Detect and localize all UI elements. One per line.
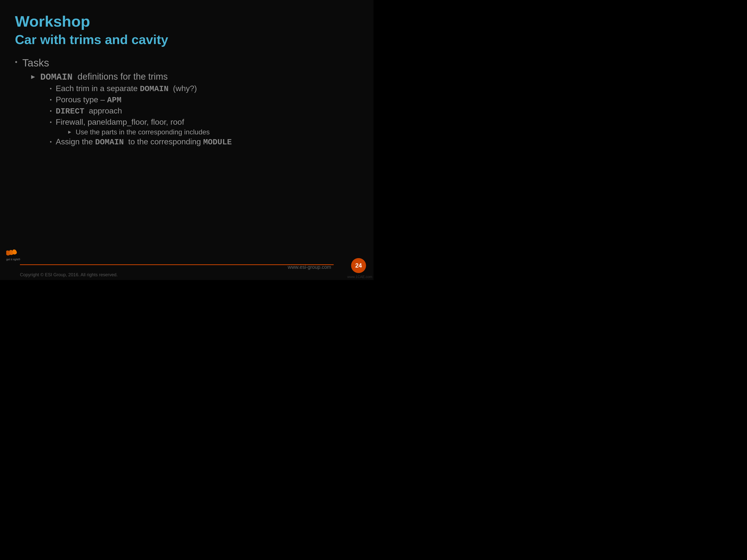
bullet-small-5: • <box>50 139 52 145</box>
arrow-bullet-1: ► <box>30 73 36 81</box>
bullet-circle-large: • <box>15 58 18 66</box>
module-mono: MODULE <box>203 138 232 147</box>
level1-tasks: • Tasks <box>15 57 359 69</box>
title-workshop: Workshop <box>15 12 359 30</box>
direct-mono: DIRECT <box>56 107 84 116</box>
watermark: www.1CAE.com <box>347 275 372 279</box>
footer-copyright: Copyright © ESI Group, 2016. All rights … <box>20 272 118 277</box>
tasks-label: Tasks <box>22 57 49 69</box>
level4-container: ► Use the parts in the corresponding inc… <box>67 128 359 136</box>
bullet-small-2: • <box>50 97 52 103</box>
level3-item-3: • DIRECT approach <box>50 106 359 116</box>
level3-text-4: Firewall, paneldamp_floor, floor, roof <box>56 117 184 127</box>
level2-domain-text: DOMAIN definitions for the trims <box>40 72 168 82</box>
domain-mono-3: DOMAIN <box>95 138 124 147</box>
arrow-bullet-2: ► <box>67 129 72 135</box>
title-subtitle: Car with trims and cavity <box>15 32 359 47</box>
svg-text:get it right®: get it right® <box>6 258 20 261</box>
apm-mono: APM <box>107 96 122 105</box>
footer-website: www.esi-group.com <box>288 264 331 270</box>
level3-container: • Each trim in a separate DOMAIN (why?) … <box>50 84 359 147</box>
level3-item-1: • Each trim in a separate DOMAIN (why?) <box>50 84 359 94</box>
level2-container: ► DOMAIN definitions for the trims • Eac… <box>30 72 359 147</box>
level2-domain-item: ► DOMAIN definitions for the trims <box>30 72 359 82</box>
bullet-small-4: • <box>50 119 52 126</box>
level4-item-1: ► Use the parts in the corresponding inc… <box>67 128 359 136</box>
level3-text-1: Each trim in a separate DOMAIN (why?) <box>56 84 197 94</box>
domain-mono-1: DOMAIN <box>40 72 73 82</box>
slide: Workshop Car with trims and cavity • Tas… <box>0 0 374 280</box>
footer-line <box>20 264 334 265</box>
level3-item-4: • Firewall, paneldamp_floor, floor, roof <box>50 117 359 127</box>
level3-item-5: • Assign the DOMAIN to the corresponding… <box>50 137 359 147</box>
level4-text-1: Use the parts in the corresponding inclu… <box>76 128 210 136</box>
level3-text-3: DIRECT approach <box>56 106 122 116</box>
level3-item-2: • Porous type – APM <box>50 95 359 105</box>
esi-logo: get it right® <box>5 248 27 263</box>
domain-mono-2: DOMAIN <box>140 84 169 94</box>
level3-text-2: Porous type – APM <box>56 95 122 105</box>
footer-page-badge: 24 <box>351 258 366 273</box>
footer: get it right® www.esi-group.com 24 Copyr… <box>0 260 374 280</box>
content-area: • Tasks ► DOMAIN definitions for the tri… <box>15 57 359 147</box>
bullet-small-3: • <box>50 108 52 114</box>
bullet-small-1: • <box>50 85 52 92</box>
level3-text-5: Assign the DOMAIN to the corresponding M… <box>56 137 232 147</box>
